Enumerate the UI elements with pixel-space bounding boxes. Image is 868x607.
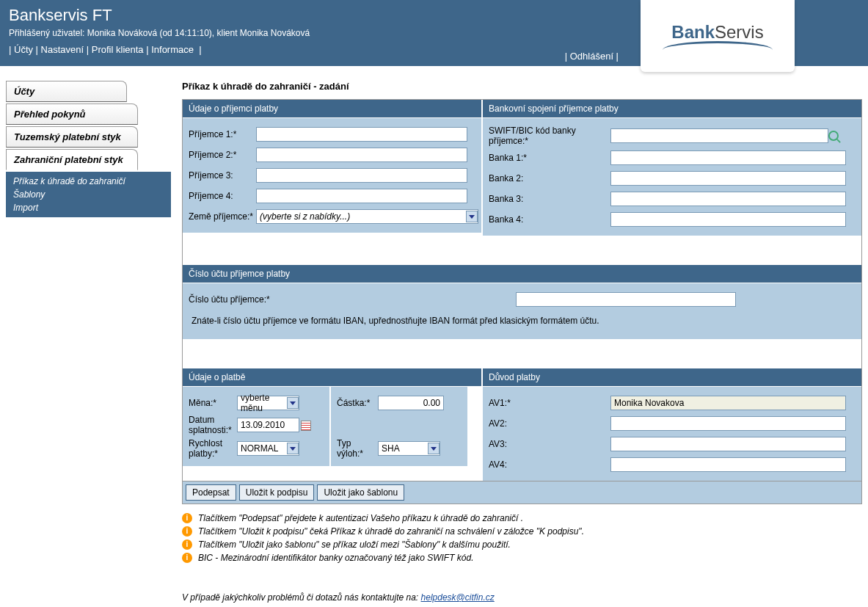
av1-input[interactable] [610,396,846,410]
calendar-icon[interactable] [301,421,311,431]
action-buttons: Podepsat Uložit k podpisu Uložit jako ša… [182,481,862,504]
iban-note: Znáte-li číslo účtu příjemce ve formátu … [186,311,858,335]
footer-message: V případě jakýchkoliv problémů či dotazů… [182,592,862,603]
nav-profile[interactable]: Profil klienta [92,44,144,55]
charges-select[interactable]: SHA [378,441,440,456]
nav-info[interactable]: Informace [151,44,194,55]
nav-settings[interactable]: Nastavení [41,44,84,55]
sign-button[interactable]: Podepsat [186,484,236,501]
tab-domestic[interactable]: Tuzemský platební styk [6,126,138,148]
page-title: Příkaz k úhradě do zahraničí - zadání [182,81,862,92]
section-bank-head: Bankovní spojení příjemce platby [483,100,861,118]
info-icon: i [182,526,192,537]
save-for-sign-button[interactable]: Uložit k podpisu [239,484,315,501]
subnav-order[interactable]: Příkaz k úhradě do zahraničí [6,175,171,188]
av3-input[interactable] [610,437,846,451]
account-number-input[interactable] [516,292,736,307]
chevron-down-icon[interactable] [428,443,440,454]
tab-accounts[interactable]: Účty [6,81,127,102]
bank-3-input[interactable] [610,192,846,206]
recipient-country-select[interactable]: (vyberte si z nabídky...) [256,209,478,224]
logout-link[interactable]: | Odhlášení | [565,51,619,62]
bank-2-input[interactable] [610,171,846,186]
subnav-import[interactable]: Import [6,201,171,214]
recipient-2-input[interactable] [256,148,467,162]
section-reason-head: Důvod platby [483,368,861,387]
save-template-button[interactable]: Uložit jako šablonu [317,484,404,501]
helpdesk-link[interactable]: helpdesk@citfin.cz [421,592,495,603]
section-payment-head: Údaje o platbě [183,368,481,387]
av2-input[interactable] [610,416,846,431]
info-icon: i [182,539,192,550]
form: Údaje o příjemci platby Příjemce 1:* Pří… [182,99,862,481]
sidebar: Účty Přehled pokynů Tuzemský platební st… [0,81,176,603]
speed-select[interactable]: NORMAL [237,441,299,456]
chevron-down-icon[interactable] [287,443,299,454]
swift-input[interactable] [610,128,828,143]
section-account-head: Číslo účtu příjemce platby [183,265,861,283]
section-recipient-head: Údaje o příjemci platby [183,100,481,118]
chevron-down-icon[interactable] [287,397,299,409]
info-icon: i [182,513,192,523]
currency-select[interactable]: vyberte měnu [237,396,299,410]
chevron-down-icon[interactable] [466,211,478,222]
recipient-3-input[interactable] [256,168,467,183]
tab-foreign[interactable]: Zahraniční platební styk [6,149,138,170]
search-icon[interactable] [828,131,839,141]
av4-input[interactable] [610,457,846,472]
due-date-input[interactable] [237,418,299,432]
logo: BankServis [641,0,795,72]
bank-1-input[interactable] [610,150,846,165]
info-icon: i [182,553,192,563]
recipient-4-input[interactable] [256,189,467,203]
subnav-templates[interactable]: Šablony [6,188,171,201]
nav-accounts[interactable]: Účty [14,44,33,55]
hints: iTlačítkem "Podepsat" přejdete k autenti… [182,513,862,563]
tab-overview[interactable]: Přehled pokynů [6,103,138,125]
app-header: Bankservis FT Přihlášený uživatel: Monik… [0,0,868,66]
subnav: Příkaz k úhradě do zahraničí Šablony Imp… [6,172,171,217]
recipient-1-input[interactable] [256,127,467,142]
amount-input[interactable] [378,396,444,410]
bank-4-input[interactable] [610,212,846,227]
